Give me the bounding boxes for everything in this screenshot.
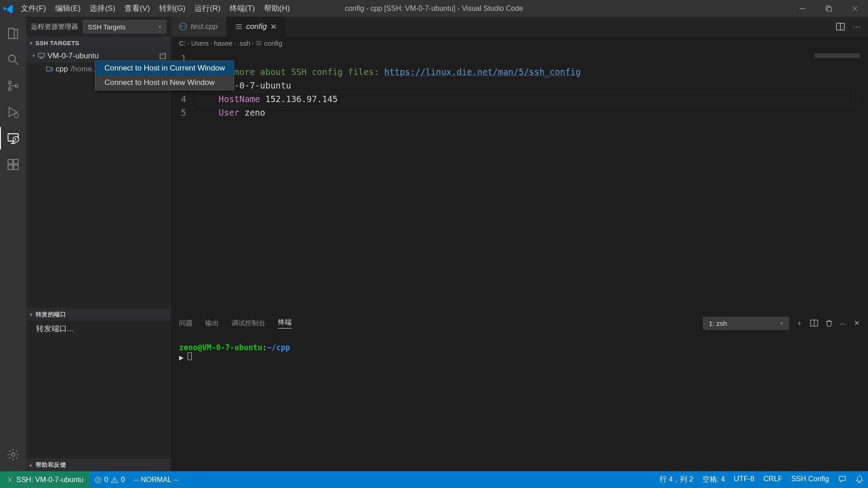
status-feedback-icon[interactable] bbox=[834, 475, 851, 483]
crumb[interactable]: .ssh bbox=[238, 39, 250, 47]
chevron-right-icon: ▸ bbox=[30, 462, 33, 468]
status-remote[interactable]: SSH: VM-0-7-ubuntu bbox=[0, 471, 90, 488]
remote-explorer-icon[interactable] bbox=[0, 125, 26, 151]
connect-current-window[interactable]: Connect to Host in Current Window bbox=[95, 61, 234, 75]
panel-tab-problems[interactable]: 问题 bbox=[179, 319, 193, 328]
warning-icon bbox=[111, 476, 118, 483]
menu-help[interactable]: 帮助(H) bbox=[259, 0, 295, 17]
status-encoding[interactable]: UTF-8 bbox=[729, 475, 759, 483]
editor[interactable]: 12345 # Read more about SSH config files… bbox=[171, 50, 868, 314]
folder-icon bbox=[46, 66, 53, 72]
menu-file[interactable]: 文件(F) bbox=[16, 0, 51, 17]
menu-goto[interactable]: 转到(G) bbox=[155, 0, 190, 17]
remote-type-select[interactable]: SSH Targets ▾ bbox=[83, 20, 166, 33]
crumb[interactable]: hasee bbox=[214, 39, 233, 47]
code-value: zeno bbox=[245, 108, 265, 117]
crumb[interactable]: config bbox=[264, 39, 282, 47]
tab-testcpp[interactable]: C+ test.cpp bbox=[171, 17, 226, 37]
close-button[interactable] bbox=[842, 0, 868, 17]
activity-bar bbox=[0, 17, 26, 471]
panel-tab-debug[interactable]: 调试控制台 bbox=[231, 319, 265, 328]
panel-tab-output[interactable]: 输出 bbox=[205, 319, 219, 328]
svg-rect-10 bbox=[8, 165, 13, 169]
section-label: 转发的端口 bbox=[36, 310, 66, 319]
panel-tab-terminal[interactable]: 终端 bbox=[278, 318, 292, 328]
kill-terminal-icon[interactable] bbox=[826, 319, 833, 327]
maximize-button[interactable] bbox=[816, 0, 842, 17]
status-cursor-pos[interactable]: 行 4，列 2 bbox=[655, 475, 698, 484]
context-menu: Connect to Host in Current Window Connec… bbox=[95, 61, 234, 90]
breadcrumb[interactable]: C:› Users› hasee› .ssh› config bbox=[171, 37, 868, 50]
section-label: SSH TARGETS bbox=[36, 40, 80, 47]
tab-label: test.cpp bbox=[191, 22, 218, 31]
menu-edit[interactable]: 编辑(E) bbox=[51, 0, 85, 17]
code-area[interactable]: # Read more about SSH config files: http… bbox=[198, 50, 868, 314]
status-problems[interactable]: 0 0 bbox=[90, 471, 130, 488]
titlebar: 文件(F) 编辑(E) 选择(S) 查看(V) 转到(G) 运行(R) 终端(T… bbox=[0, 0, 868, 17]
editor-tabs: C+ test.cpp config ✕ ⋯ bbox=[171, 17, 868, 37]
tab-config[interactable]: config ✕ bbox=[226, 17, 285, 37]
menu-view[interactable]: 查看(V) bbox=[120, 0, 155, 17]
monitor-icon bbox=[38, 52, 45, 59]
minimap[interactable] bbox=[815, 53, 860, 58]
menu-run[interactable]: 运行(R) bbox=[190, 0, 225, 17]
ssh-targets-header[interactable]: ▾ SSH TARGETS bbox=[26, 37, 171, 49]
close-panel-icon[interactable]: ✕ bbox=[854, 319, 860, 327]
remote-icon bbox=[6, 476, 14, 483]
crumb[interactable]: C: bbox=[179, 39, 186, 47]
chevron-down-icon: ▾ bbox=[780, 320, 783, 326]
more-actions-icon[interactable]: ⋯ bbox=[853, 22, 861, 32]
svg-point-13 bbox=[11, 453, 15, 456]
terminal-select[interactable]: 1: zsh ▾ bbox=[703, 317, 789, 330]
source-control-icon[interactable] bbox=[0, 73, 26, 99]
status-bell-icon[interactable] bbox=[851, 475, 868, 483]
chevron-down-icon: ▾ bbox=[33, 53, 35, 59]
terminal-select-value: 1: zsh bbox=[709, 319, 727, 327]
vscode-logo-icon bbox=[0, 4, 16, 14]
status-bar: SSH: VM-0-7-ubuntu 0 0 -- NORMAL -- 行 4，… bbox=[0, 471, 868, 488]
status-eol[interactable]: CRLF bbox=[759, 475, 787, 483]
terminal-path: ~/cpp bbox=[267, 343, 290, 352]
menu-terminal[interactable]: 终端(T) bbox=[225, 0, 259, 17]
terminal-cursor bbox=[188, 352, 192, 360]
split-editor-icon[interactable] bbox=[836, 22, 845, 31]
status-language[interactable]: SSH Config bbox=[787, 475, 834, 483]
cpp-file-icon: C+ bbox=[179, 23, 187, 31]
svg-text:C+: C+ bbox=[180, 24, 186, 29]
forwarded-ports-header[interactable]: ▾ 转发的端口 bbox=[26, 308, 171, 321]
new-terminal-icon[interactable]: ＋ bbox=[796, 319, 803, 328]
help-feedback-header[interactable]: ▸ 帮助和反馈 bbox=[26, 459, 171, 471]
svg-point-3 bbox=[8, 81, 11, 84]
chevron-down-icon: ▾ bbox=[30, 40, 33, 46]
minimize-button[interactable] bbox=[789, 0, 816, 17]
explorer-icon[interactable] bbox=[0, 20, 26, 47]
connect-new-window[interactable]: Connect to Host in New Window bbox=[95, 75, 234, 90]
new-window-icon[interactable] bbox=[159, 52, 166, 60]
error-icon bbox=[94, 476, 102, 483]
split-terminal-icon[interactable] bbox=[810, 319, 818, 327]
menu-select[interactable]: 选择(S) bbox=[85, 0, 120, 17]
crumb[interactable]: Users bbox=[191, 39, 209, 47]
maximize-panel-icon[interactable]: ︿ bbox=[840, 319, 847, 328]
chevron-down-icon: ▾ bbox=[30, 312, 33, 318]
svg-point-2 bbox=[9, 55, 15, 62]
svg-rect-1 bbox=[827, 7, 831, 11]
chevron-down-icon: ▾ bbox=[159, 24, 161, 30]
sidebar-title: 远程资源管理器 bbox=[31, 23, 78, 31]
terminal-user: zeno@VM-0-7-ubuntu bbox=[179, 343, 262, 352]
svg-point-6 bbox=[14, 113, 19, 118]
status-vim-mode: -- NORMAL -- bbox=[129, 471, 183, 488]
terminal-body[interactable]: zeno@VM-0-7-ubuntu:~/cpp ▶ bbox=[171, 332, 868, 471]
file-icon bbox=[255, 40, 262, 47]
svg-rect-11 bbox=[14, 165, 18, 169]
extensions-icon[interactable] bbox=[0, 151, 26, 178]
remote-type-value: SSH Targets bbox=[88, 23, 126, 31]
forward-port-item[interactable]: 转发端口... bbox=[26, 321, 171, 337]
settings-gear-icon[interactable] bbox=[0, 441, 26, 468]
code-keyword: User bbox=[219, 108, 240, 117]
code-link[interactable]: https://linux.die.net/man/5/ssh_config bbox=[384, 67, 581, 77]
status-indent[interactable]: 空格: 4 bbox=[698, 475, 730, 484]
search-icon[interactable] bbox=[0, 47, 26, 73]
close-icon[interactable]: ✕ bbox=[270, 22, 277, 32]
run-debug-icon[interactable] bbox=[0, 99, 26, 125]
